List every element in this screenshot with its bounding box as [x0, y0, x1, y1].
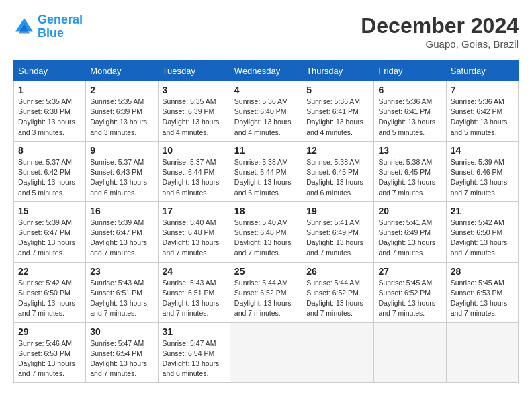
title-block: December 2024 Guapo, Goias, Brazil [361, 13, 519, 50]
day-cell-4: 4Sunrise: 5:36 AM Sunset: 6:40 PM Daylig… [230, 81, 302, 142]
day-cell-17: 17Sunrise: 5:40 AM Sunset: 6:48 PM Dayli… [158, 201, 230, 262]
week-row-2: 8Sunrise: 5:37 AM Sunset: 6:42 PM Daylig… [14, 141, 519, 201]
day-cell-18: 18Sunrise: 5:40 AM Sunset: 6:48 PM Dayli… [230, 201, 302, 262]
logo-icon [13, 16, 35, 38]
day-info: Sunrise: 5:35 AM Sunset: 6:39 PM Dayligh… [90, 97, 153, 138]
day-number: 20 [378, 205, 441, 216]
day-info: Sunrise: 5:36 AM Sunset: 6:42 PM Dayligh… [451, 97, 514, 138]
empty-cell [374, 322, 446, 383]
day-number: 10 [163, 145, 226, 156]
day-number: 6 [378, 85, 441, 95]
calendar: SundayMondayTuesdayWednesdayThursdayFrid… [13, 60, 519, 383]
day-cell-15: 15Sunrise: 5:39 AM Sunset: 6:47 PM Dayli… [14, 201, 86, 262]
day-cell-27: 27Sunrise: 5:45 AM Sunset: 6:52 PM Dayli… [374, 262, 446, 322]
day-cell-13: 13Sunrise: 5:38 AM Sunset: 6:45 PM Dayli… [374, 141, 446, 201]
day-number: 1 [18, 85, 81, 95]
week-row-5: 29Sunrise: 5:46 AM Sunset: 6:53 PM Dayli… [14, 322, 519, 383]
day-info: Sunrise: 5:43 AM Sunset: 6:51 PM Dayligh… [163, 278, 226, 319]
day-cell-11: 11Sunrise: 5:38 AM Sunset: 6:44 PM Dayli… [230, 141, 302, 201]
day-cell-7: 7Sunrise: 5:36 AM Sunset: 6:42 PM Daylig… [446, 81, 518, 142]
day-number: 7 [451, 85, 514, 95]
day-number: 24 [163, 266, 226, 277]
day-number: 13 [378, 145, 441, 156]
day-info: Sunrise: 5:41 AM Sunset: 6:49 PM Dayligh… [378, 218, 441, 259]
weekday-header-friday: Friday [374, 61, 446, 81]
day-info: Sunrise: 5:37 AM Sunset: 6:43 PM Dayligh… [90, 157, 153, 198]
day-info: Sunrise: 5:37 AM Sunset: 6:42 PM Dayligh… [18, 157, 81, 198]
page-header: General Blue December 2024 Guapo, Goias,… [13, 13, 519, 50]
day-number: 31 [163, 326, 226, 337]
empty-cell [446, 322, 518, 383]
day-cell-2: 2Sunrise: 5:35 AM Sunset: 6:39 PM Daylig… [86, 81, 158, 142]
day-number: 30 [90, 326, 153, 337]
day-number: 16 [90, 205, 153, 216]
day-number: 29 [18, 326, 81, 337]
day-number: 3 [163, 85, 226, 95]
day-cell-21: 21Sunrise: 5:42 AM Sunset: 6:50 PM Dayli… [446, 201, 518, 262]
day-number: 23 [90, 266, 153, 277]
logo: General Blue [13, 13, 83, 40]
day-info: Sunrise: 5:40 AM Sunset: 6:48 PM Dayligh… [163, 218, 226, 259]
day-cell-31: 31Sunrise: 5:47 AM Sunset: 6:54 PM Dayli… [158, 322, 230, 383]
day-info: Sunrise: 5:39 AM Sunset: 6:47 PM Dayligh… [18, 218, 81, 259]
day-info: Sunrise: 5:45 AM Sunset: 6:52 PM Dayligh… [378, 278, 441, 319]
day-info: Sunrise: 5:35 AM Sunset: 6:39 PM Dayligh… [163, 97, 226, 138]
day-number: 18 [234, 205, 298, 216]
day-info: Sunrise: 5:46 AM Sunset: 6:53 PM Dayligh… [18, 338, 81, 379]
day-info: Sunrise: 5:38 AM Sunset: 6:45 PM Dayligh… [378, 157, 441, 198]
month-title: December 2024 [361, 13, 519, 38]
day-cell-30: 30Sunrise: 5:47 AM Sunset: 6:54 PM Dayli… [86, 322, 158, 383]
day-info: Sunrise: 5:47 AM Sunset: 6:54 PM Dayligh… [163, 338, 226, 379]
logo-text: General Blue [38, 13, 83, 40]
day-number: 25 [234, 266, 298, 277]
day-cell-19: 19Sunrise: 5:41 AM Sunset: 6:49 PM Dayli… [302, 201, 374, 262]
day-cell-26: 26Sunrise: 5:44 AM Sunset: 6:52 PM Dayli… [302, 262, 374, 322]
day-cell-22: 22Sunrise: 5:42 AM Sunset: 6:50 PM Dayli… [14, 262, 86, 322]
day-number: 11 [234, 145, 298, 156]
day-cell-1: 1Sunrise: 5:35 AM Sunset: 6:38 PM Daylig… [14, 81, 86, 142]
day-number: 28 [451, 266, 514, 277]
week-row-1: 1Sunrise: 5:35 AM Sunset: 6:38 PM Daylig… [14, 81, 519, 142]
day-cell-28: 28Sunrise: 5:45 AM Sunset: 6:53 PM Dayli… [446, 262, 518, 322]
day-cell-6: 6Sunrise: 5:36 AM Sunset: 6:41 PM Daylig… [374, 81, 446, 142]
week-row-4: 22Sunrise: 5:42 AM Sunset: 6:50 PM Dayli… [14, 262, 519, 322]
week-row-3: 15Sunrise: 5:39 AM Sunset: 6:47 PM Dayli… [14, 201, 519, 262]
day-info: Sunrise: 5:39 AM Sunset: 6:46 PM Dayligh… [451, 157, 514, 198]
day-cell-12: 12Sunrise: 5:38 AM Sunset: 6:45 PM Dayli… [302, 141, 374, 201]
day-number: 12 [306, 145, 369, 156]
day-cell-23: 23Sunrise: 5:43 AM Sunset: 6:51 PM Dayli… [86, 262, 158, 322]
day-info: Sunrise: 5:45 AM Sunset: 6:53 PM Dayligh… [451, 278, 514, 319]
location: Guapo, Goias, Brazil [361, 38, 519, 50]
weekday-header-sunday: Sunday [14, 61, 86, 81]
day-number: 4 [234, 85, 298, 95]
weekday-header-tuesday: Tuesday [158, 61, 230, 81]
day-info: Sunrise: 5:35 AM Sunset: 6:38 PM Dayligh… [18, 97, 81, 138]
day-info: Sunrise: 5:44 AM Sunset: 6:52 PM Dayligh… [234, 278, 298, 319]
day-info: Sunrise: 5:38 AM Sunset: 6:45 PM Dayligh… [306, 157, 369, 198]
logo-line1: General [38, 13, 83, 26]
day-number: 14 [451, 145, 514, 156]
day-cell-24: 24Sunrise: 5:43 AM Sunset: 6:51 PM Dayli… [158, 262, 230, 322]
day-info: Sunrise: 5:39 AM Sunset: 6:47 PM Dayligh… [90, 218, 153, 259]
weekday-header-monday: Monday [86, 61, 158, 81]
day-cell-14: 14Sunrise: 5:39 AM Sunset: 6:46 PM Dayli… [446, 141, 518, 201]
day-info: Sunrise: 5:38 AM Sunset: 6:44 PM Dayligh… [234, 157, 298, 198]
day-number: 26 [306, 266, 369, 277]
empty-cell [302, 322, 374, 383]
day-info: Sunrise: 5:36 AM Sunset: 6:40 PM Dayligh… [234, 97, 298, 138]
day-cell-29: 29Sunrise: 5:46 AM Sunset: 6:53 PM Dayli… [14, 322, 86, 383]
day-info: Sunrise: 5:40 AM Sunset: 6:48 PM Dayligh… [234, 218, 298, 259]
weekday-header-saturday: Saturday [446, 61, 518, 81]
day-number: 15 [18, 205, 81, 216]
day-number: 22 [18, 266, 81, 277]
empty-cell [230, 322, 302, 383]
day-info: Sunrise: 5:42 AM Sunset: 6:50 PM Dayligh… [451, 218, 514, 259]
day-info: Sunrise: 5:44 AM Sunset: 6:52 PM Dayligh… [306, 278, 369, 319]
day-cell-3: 3Sunrise: 5:35 AM Sunset: 6:39 PM Daylig… [158, 81, 230, 142]
day-number: 9 [90, 145, 153, 156]
weekday-header-wednesday: Wednesday [230, 61, 302, 81]
weekday-header-row: SundayMondayTuesdayWednesdayThursdayFrid… [14, 61, 519, 81]
day-cell-8: 8Sunrise: 5:37 AM Sunset: 6:42 PM Daylig… [14, 141, 86, 201]
day-info: Sunrise: 5:37 AM Sunset: 6:44 PM Dayligh… [163, 157, 226, 198]
day-cell-25: 25Sunrise: 5:44 AM Sunset: 6:52 PM Dayli… [230, 262, 302, 322]
